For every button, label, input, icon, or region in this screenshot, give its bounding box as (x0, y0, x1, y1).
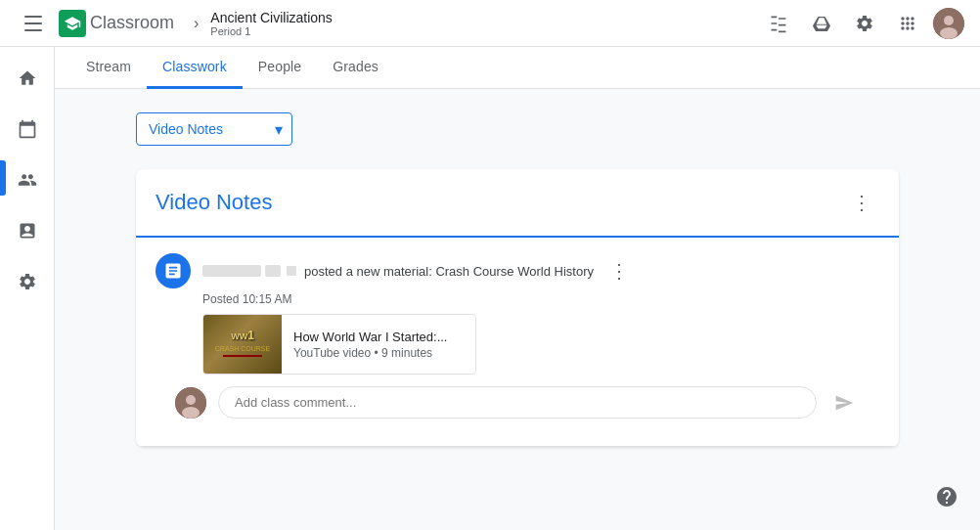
course-name: Ancient Civilizations (210, 10, 333, 25)
svg-point-4 (944, 16, 954, 25)
top-bar-right (761, 6, 964, 41)
topic-more-button[interactable]: ⋮ (844, 185, 879, 220)
svg-rect-2 (24, 29, 42, 31)
name-block-3 (287, 266, 296, 276)
comment-avatar (175, 387, 206, 419)
topic-section: Video Notes ⋮ (136, 169, 899, 447)
material-thumbnail: WW1 CRASH COURSE (203, 315, 282, 374)
svg-point-7 (186, 395, 196, 405)
material-subtitle: YouTube video • 9 minutes (293, 346, 448, 360)
assignment-card: posted a new material: Crash Course Worl… (136, 238, 899, 447)
tabs: Stream Classwork People Grades (55, 47, 980, 89)
breadcrumb-arrow: › (194, 15, 199, 32)
comment-section (156, 375, 879, 430)
topic-title: Video Notes (156, 190, 272, 215)
posted-time: Posted 10:15 AM (202, 292, 879, 306)
top-bar: Classroom › Ancient Civilizations Period… (0, 0, 980, 47)
tab-classwork[interactable]: Classwork (147, 47, 243, 89)
top-bar-left: Classroom › Ancient Civilizations Period… (16, 6, 761, 41)
course-period: Period 1 (210, 25, 333, 37)
topic-header: Video Notes ⋮ (136, 169, 899, 238)
sidebar-item-calendar[interactable] (4, 106, 51, 153)
drive-button[interactable] (804, 6, 839, 41)
assignment-more-button[interactable]: ⋮ (601, 253, 637, 288)
sidebar (0, 47, 55, 530)
material-icon (156, 253, 191, 288)
sidebar-item-settings[interactable] (4, 258, 51, 305)
course-info: Ancient Civilizations Period 1 (210, 10, 333, 37)
assignment-meta: posted a new material: Crash Course Worl… (202, 253, 879, 375)
posted-time-label: Posted (202, 292, 239, 306)
thumbnail-image: WW1 CRASH COURSE (203, 315, 282, 374)
comment-input[interactable] (218, 386, 817, 419)
svg-point-8 (182, 407, 200, 419)
hamburger-button[interactable] (16, 6, 51, 41)
google-apps-button[interactable] (890, 6, 925, 41)
layout: Stream Classwork People Grades Video Not… (0, 47, 980, 530)
sidebar-item-assignments[interactable] (4, 207, 51, 254)
tab-stream[interactable]: Stream (70, 47, 147, 89)
svg-rect-1 (24, 22, 42, 24)
help-button[interactable] (929, 479, 964, 514)
topic-select[interactable]: Video Notes (136, 112, 292, 146)
poster-name-placeholder (202, 265, 296, 277)
settings-button[interactable] (847, 6, 882, 41)
app-logo: Classroom (59, 10, 182, 37)
material-preview[interactable]: WW1 CRASH COURSE How World War I Started… (202, 314, 476, 375)
main-content: Stream Classwork People Grades Video Not… (55, 47, 980, 530)
posted-time-value: 10:15 AM (243, 292, 292, 306)
poster-row: posted a new material: Crash Course Worl… (202, 253, 879, 288)
tab-grades[interactable]: Grades (317, 47, 394, 89)
topic-dropdown[interactable]: Video Notes ▾ (136, 112, 292, 146)
name-block-1 (202, 265, 261, 277)
gallery-view-button[interactable] (761, 6, 796, 41)
svg-rect-0 (24, 16, 42, 18)
material-info: How World War I Started:... YouTube vide… (282, 322, 460, 368)
classwork-content: Video Notes ▾ Video Notes ⋮ (97, 89, 938, 486)
assignment-header: posted a new material: Crash Course Worl… (156, 253, 879, 375)
tab-people[interactable]: People (243, 47, 317, 89)
svg-point-5 (940, 27, 958, 39)
name-block-2 (265, 265, 281, 277)
thumbnail-text: WW1 CRASH COURSE (215, 329, 270, 361)
avatar[interactable] (933, 8, 964, 39)
sidebar-item-classes[interactable] (4, 156, 51, 203)
posted-text: posted a new material: Crash Course Worl… (304, 264, 594, 279)
app-name-label: Classroom (90, 13, 174, 33)
send-comment-button[interactable] (828, 387, 860, 419)
classroom-icon (59, 10, 86, 37)
sidebar-item-home[interactable] (4, 55, 51, 102)
material-title: How World War I Started:... (293, 330, 448, 344)
